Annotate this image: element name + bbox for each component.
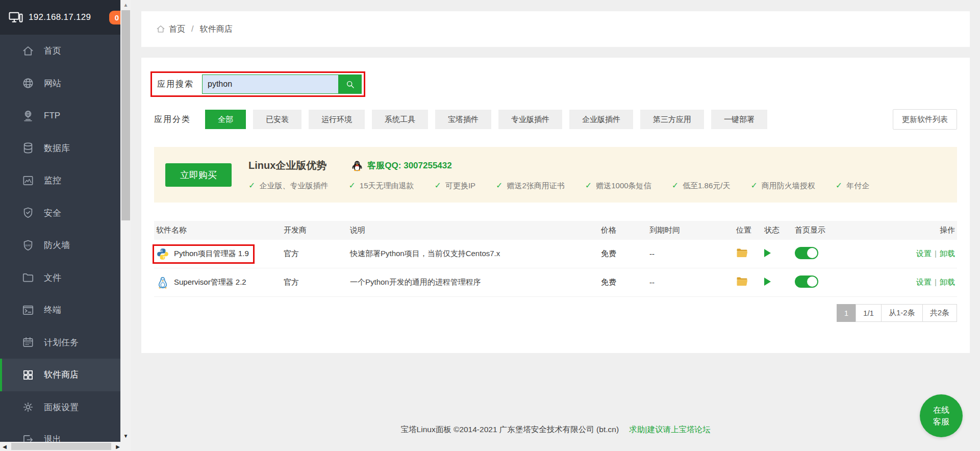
software-name: Supervisor管理器 2.2	[174, 278, 246, 287]
sidebar-item-label: FTP	[44, 111, 60, 121]
software-name-cell[interactable]: Supervisor管理器 2.2	[153, 273, 252, 292]
software-name-cell[interactable]: Python项目管理器 1.9	[153, 244, 255, 264]
check-icon: ✓	[248, 181, 255, 190]
buy-now-button[interactable]: 立即购买	[165, 163, 232, 187]
sidebar-vertical-scrollbar[interactable]: ▲ ▼	[120, 0, 131, 442]
category-tab-专业版插件[interactable]: 专业版插件	[498, 110, 562, 129]
sidebar-item-首页[interactable]: 首页	[0, 35, 120, 67]
ftp-icon	[21, 109, 35, 122]
breadcrumb-home-link[interactable]: 首页	[169, 24, 185, 35]
expire-time: --	[649, 278, 736, 287]
qq-contact[interactable]: 客服QQ: 3007255432	[351, 160, 451, 172]
breadcrumb-current: 软件商店	[199, 24, 232, 35]
sidebar: 192.168.17.129 0 首页网站FTP数据库监控安全WAF防火墙文件终…	[0, 0, 120, 451]
refresh-software-list-button[interactable]: 更新软件列表	[893, 109, 957, 130]
developer: 官方	[284, 249, 350, 259]
software-name: Python项目管理器 1.9	[174, 249, 249, 259]
category-tab-全部[interactable]: 全部	[205, 110, 246, 129]
category-tab-已安装[interactable]: 已安装	[253, 110, 301, 129]
monitor-icon	[21, 174, 35, 187]
horizontal-scrollbar[interactable]: ◀ ▶	[0, 442, 131, 451]
page-total-label: 共2条	[922, 304, 957, 322]
sidebar-item-安全[interactable]: 安全	[0, 197, 120, 230]
sidebar-item-面板设置[interactable]: 面板设置	[0, 391, 120, 424]
toggle-knob	[807, 248, 817, 258]
home-show-toggle[interactable]	[795, 275, 818, 288]
app-search-input[interactable]	[202, 74, 339, 94]
location-folder-icon[interactable]	[736, 248, 748, 258]
banner-feature: ✓15天无理由退款	[348, 181, 414, 191]
category-tab-运行环境[interactable]: 运行环境	[309, 110, 365, 129]
sidebar-item-软件商店[interactable]: 软件商店	[0, 359, 120, 391]
description: 快速部署Python项目，当前仅支持Centos7.x	[350, 249, 601, 259]
toggle-knob	[807, 277, 817, 287]
table-row: Python项目管理器 1.9官方快速部署Python项目，当前仅支持Cento…	[154, 240, 957, 268]
action-link-卸载[interactable]: 卸载	[940, 278, 955, 286]
category-tab-一键部署[interactable]: 一键部署	[711, 110, 767, 129]
sidebar-menu: 首页网站FTP数据库监控安全WAF防火墙文件终端计划任务软件商店面板设置退出	[0, 35, 120, 451]
category-row: 应用分类 全部已安装运行环境系统工具宝塔插件专业版插件企业版插件第三方应用一键部…	[154, 109, 957, 130]
copyright-text: 宝塔Linux面板 ©2014-2021 广东堡塔安全技术有限公司 (bt.cn…	[401, 425, 619, 434]
scroll-left-arrow[interactable]: ◀	[0, 444, 9, 449]
grid-icon	[21, 368, 35, 382]
vertical-scroll-thumb[interactable]	[121, 10, 130, 220]
server-header[interactable]: 192.168.17.129 0	[0, 0, 120, 35]
sidebar-item-监控[interactable]: 监控	[0, 164, 120, 197]
column-header: 操作	[892, 225, 955, 235]
category-tab-宝塔插件[interactable]: 宝塔插件	[435, 110, 491, 129]
sidebar-item-label: 终端	[44, 304, 61, 316]
svg-text:WAF: WAF	[25, 243, 32, 246]
check-icon: ✓	[672, 181, 679, 190]
breadcrumb: 首页 / 软件商店	[141, 11, 970, 47]
home-show-toggle[interactable]	[795, 247, 818, 259]
sidebar-item-数据库[interactable]: 数据库	[0, 132, 120, 165]
gear-icon	[21, 400, 35, 414]
sidebar-item-终端[interactable]: 终端	[0, 294, 120, 327]
terminal-icon	[21, 304, 35, 317]
sidebar-item-label: 数据库	[44, 142, 70, 154]
category-tab-第三方应用[interactable]: 第三方应用	[640, 110, 704, 129]
banner-feature: ✓年付企	[836, 181, 869, 191]
check-icon: ✓	[348, 181, 355, 190]
pagination: 1 1/1 从1-2条 共2条	[154, 304, 957, 340]
forum-help-link[interactable]: 求助|建议请上宝塔论坛	[629, 425, 710, 434]
sidebar-item-FTP[interactable]: FTP	[0, 99, 120, 132]
database-icon	[21, 141, 35, 155]
check-icon: ✓	[585, 181, 592, 190]
expire-time: --	[649, 249, 736, 258]
check-icon: ✓	[435, 181, 441, 190]
message-count-badge[interactable]: 0	[110, 12, 120, 23]
category-tab-系统工具[interactable]: 系统工具	[372, 110, 428, 129]
column-header: 状态	[764, 225, 795, 235]
qq-number: 客服QQ: 3007255432	[367, 160, 451, 171]
running-status-play-icon[interactable]	[764, 278, 771, 286]
action-link-卸载[interactable]: 卸载	[940, 249, 955, 258]
banner-features: ✓企业版、专业版插件✓15天无理由退款✓可更换IP✓赠送2张商用证书✓赠送100…	[248, 181, 869, 191]
action-link-设置[interactable]: 设置	[916, 249, 932, 258]
price: 免费	[601, 249, 649, 259]
sidebar-item-计划任务[interactable]: 计划任务	[0, 327, 120, 359]
scroll-up-arrow[interactable]: ▲	[120, 2, 131, 8]
sidebar-item-防火墙[interactable]: WAF防火墙	[0, 229, 120, 262]
scroll-down-arrow[interactable]: ▼	[120, 433, 131, 439]
sidebar-item-label: 安全	[44, 207, 61, 219]
online-support-button[interactable]: 在线 客服	[920, 394, 963, 437]
check-icon: ✓	[496, 181, 502, 190]
sidebar-item-label: 文件	[44, 272, 61, 284]
column-header: 价格	[601, 225, 649, 235]
breadcrumb-separator: /	[191, 24, 193, 34]
horizontal-scroll-thumb[interactable]	[11, 443, 111, 450]
location-folder-icon[interactable]	[736, 277, 748, 287]
page-number-button[interactable]: 1	[837, 304, 856, 322]
globe-icon	[21, 77, 35, 90]
running-status-play-icon[interactable]	[764, 249, 771, 257]
sidebar-item-网站[interactable]: 网站	[0, 67, 120, 100]
action-link-设置[interactable]: 设置	[916, 278, 932, 286]
category-tab-企业版插件[interactable]: 企业版插件	[569, 110, 633, 129]
software-store-panel: 应用搜索 应用分类 全部已安装运行环境系统工具宝塔插件专业版插件企业版插件第三方…	[141, 58, 970, 353]
action-separator: |	[935, 278, 937, 286]
sidebar-item-文件[interactable]: 文件	[0, 262, 120, 294]
search-button[interactable]	[339, 74, 362, 94]
search-label: 应用搜索	[157, 79, 194, 90]
scroll-right-arrow[interactable]: ▶	[113, 444, 122, 449]
